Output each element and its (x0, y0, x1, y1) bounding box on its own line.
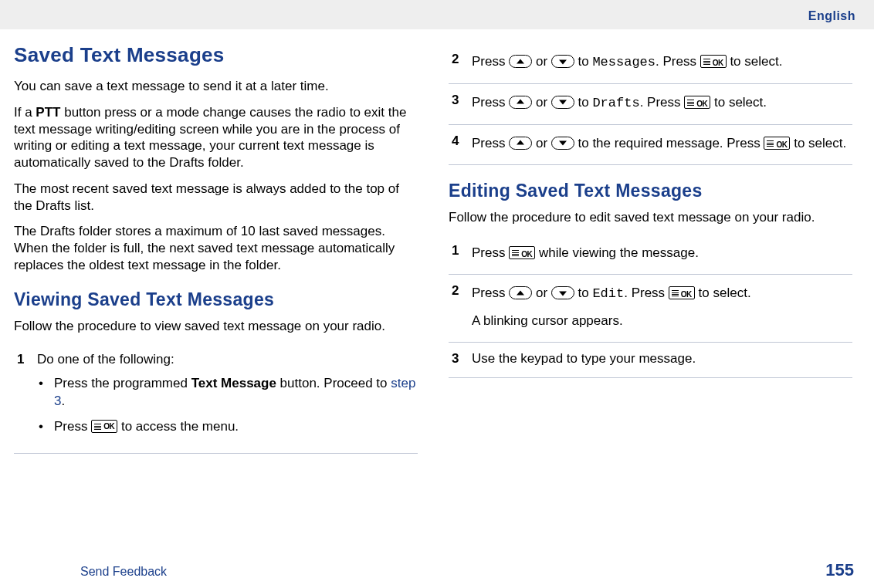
paragraph: If a PTT button press or a mode change c… (14, 104, 418, 171)
left-column: Saved Text Messages You can save a text … (14, 43, 418, 454)
up-arrow-key-icon (509, 286, 532, 299)
text: Press (472, 54, 509, 69)
step-number: 1 (17, 351, 37, 444)
footer: Send Feedback 155 (0, 559, 874, 580)
up-arrow-key-icon (509, 96, 532, 109)
text: to the required message. Press (578, 136, 764, 150)
step-number: 1 (452, 242, 472, 265)
text: . Press (624, 286, 669, 300)
text: Press (472, 95, 509, 110)
steps-list: 1 Do one of the following: • Press the p… (14, 343, 418, 454)
text: to (578, 95, 593, 110)
step-2: 2 Press or to Messages. Press to select. (449, 43, 852, 83)
ok-key-icon (700, 55, 727, 68)
bullet-content: Press to access the menu. (54, 418, 418, 436)
up-arrow-key-icon (509, 55, 532, 68)
edit-step-3: 3 Use the keypad to type your message. (449, 342, 852, 378)
step-body: Press or to Drafts. Press to select. (472, 92, 852, 115)
text: to (578, 54, 593, 69)
ok-key-icon (509, 246, 535, 259)
mono-drafts: Drafts (592, 96, 639, 110)
heading-viewing-saved: Viewing Saved Text Messages (14, 289, 418, 310)
step-body: Press or to the required message. Press … (472, 133, 852, 155)
list-item: • Press to access the menu. (37, 418, 418, 436)
step-body: Press while viewing the message. (472, 242, 852, 265)
ok-key-icon (764, 137, 790, 150)
steps-edit: 1 Press while viewing the message. 2 Pre… (449, 235, 852, 378)
heading-editing-saved: Editing Saved Text Messages (449, 181, 852, 201)
step-number: 3 (452, 92, 472, 115)
text: Press (472, 136, 509, 150)
down-arrow-key-icon (551, 96, 574, 109)
paragraph: Follow the procedure to view saved text … (14, 318, 418, 335)
step-1: 1 Do one of the following: • Press the p… (14, 343, 418, 454)
paragraph: Follow the procedure to edit saved text … (449, 209, 852, 226)
step-3: 3 Press or to Drafts. Press to select. (449, 83, 852, 124)
edit-step-2: 2 Press or to Edit. Press to select. A b… (449, 274, 852, 342)
text: A blinking cursor appears. (472, 310, 852, 333)
paragraph: The Drafts folder stores a maximum of 10… (14, 223, 418, 273)
page-content: Saved Text Messages You can save a text … (0, 29, 874, 454)
ok-key-icon (684, 96, 710, 109)
text: while viewing the message. (539, 245, 699, 260)
step-number: 2 (452, 51, 472, 74)
bullet-icon: • (37, 418, 54, 436)
step-number: 3 (452, 350, 472, 368)
bullet-list: • Press the programmed Text Message butt… (37, 375, 418, 436)
text: Do one of the following: (37, 352, 174, 367)
down-arrow-key-icon (551, 137, 574, 150)
heading-saved-text-messages: Saved Text Messages (14, 43, 418, 67)
text: Press the programmed (54, 376, 191, 390)
text: or (536, 286, 551, 300)
page-number: 155 (825, 560, 854, 580)
text: or (536, 95, 551, 110)
text: Use the keypad to type your message. (472, 351, 696, 366)
text: to access the menu. (121, 419, 239, 434)
language-label: English (808, 9, 855, 23)
down-arrow-key-icon (551, 55, 574, 68)
step-body: Use the keypad to type your message. (472, 350, 852, 368)
paragraph: You can save a text message to send it a… (14, 78, 418, 95)
text: to select. (730, 54, 782, 69)
steps-list-right: 2 Press or to Messages. Press to select.… (449, 43, 852, 165)
step-number: 2 (452, 282, 472, 333)
text: to (578, 286, 593, 300)
text: Press (472, 245, 509, 260)
step-body: Press or to Edit. Press to select. A bli… (472, 282, 852, 333)
text: . Press (656, 54, 700, 69)
paragraph: The most recent saved text message is al… (14, 181, 418, 215)
text: to select. (714, 95, 767, 110)
text: button press or a mode change causes the… (14, 105, 406, 170)
up-arrow-key-icon (509, 137, 532, 150)
bullet-icon: • (37, 375, 54, 411)
mono-messages: Messages (592, 55, 656, 69)
text: to select. (794, 136, 846, 150)
mono-edit: Edit (592, 286, 624, 301)
text: to select. (699, 286, 751, 300)
step-body: Do one of the following: • Press the pro… (37, 351, 418, 444)
bullet-content: Press the programmed Text Message button… (54, 375, 418, 411)
step-4: 4 Press or to the required message. Pres… (449, 124, 852, 165)
top-bar (0, 0, 874, 29)
step-body: Press or to Messages. Press to select. (472, 51, 852, 74)
text: . (61, 394, 65, 408)
step-number: 4 (452, 133, 472, 155)
text-bold: Text Message (191, 376, 276, 390)
text: or (536, 54, 551, 69)
ok-key-icon (91, 420, 117, 433)
right-column: 2 Press or to Messages. Press to select.… (449, 43, 852, 454)
text: If a (14, 105, 36, 120)
send-feedback-link[interactable]: Send Feedback (80, 565, 167, 579)
ok-key-icon (669, 286, 695, 299)
text-bold-ptt: PTT (36, 105, 60, 120)
list-item: • Press the programmed Text Message butt… (37, 375, 418, 411)
text: Press (472, 286, 509, 300)
down-arrow-key-icon (551, 286, 574, 299)
edit-step-1: 1 Press while viewing the message. (449, 235, 852, 274)
text: button. Proceed to (276, 376, 391, 390)
text: or (536, 136, 551, 150)
text: Press (54, 419, 91, 434)
text: . Press (640, 95, 685, 110)
